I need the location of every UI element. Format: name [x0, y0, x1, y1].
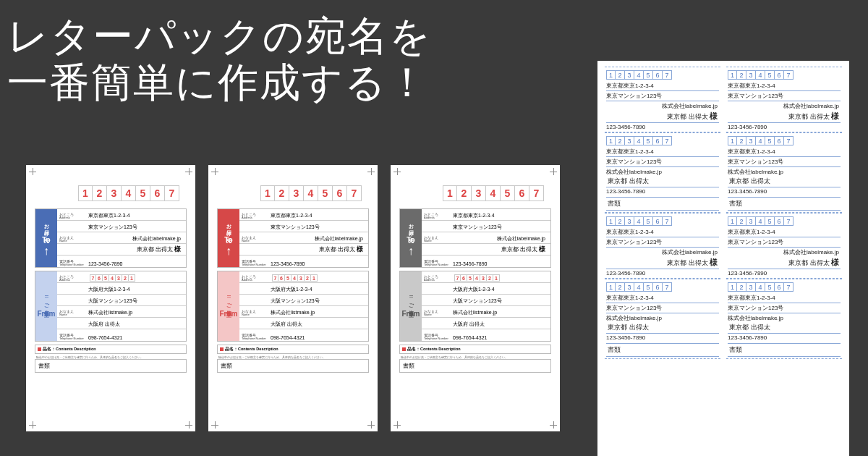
postal-digit-small: 2: [305, 274, 311, 282]
postal-digit-small: 7: [272, 274, 278, 282]
postal-digit: 7: [529, 185, 544, 201]
address-label: 1234567 東京都東京1-2-3-4 東京マンション123号 株式会社lab…: [605, 213, 720, 279]
postal-digit: 4: [122, 185, 136, 201]
label-tel: 123-3456-7890: [728, 123, 841, 130]
postal-digit: 1: [443, 185, 457, 201]
label-name: 東京都 出得太様: [606, 110, 719, 123]
postal-digit: 2: [737, 282, 746, 292]
label-addr1: 東京都東京1-2-3-4: [606, 81, 719, 91]
postal-digit-small: 3: [116, 274, 122, 282]
label-tel: 123-3456-7890: [606, 269, 719, 276]
category-box: 書類: [217, 359, 369, 373]
postal-digit: 3: [746, 136, 756, 145]
label-addr2: 東京マンション123号: [728, 157, 841, 167]
postal-digit-small: 2: [122, 274, 129, 282]
postal-digit: 2: [616, 136, 625, 145]
postal-digit: 3: [625, 216, 634, 226]
postal-box-from: 7654321: [454, 274, 500, 282]
postal-digit: 5: [318, 185, 333, 201]
address-label: 1234567 東京都東京1-2-3-4 東京マンション123号 株式会社lab…: [605, 132, 720, 213]
postal-digit: 3: [746, 70, 756, 80]
label-row: 1234567 東京都東京1-2-3-4 東京マンション123号 株式会社lab…: [605, 279, 842, 359]
headline-line2: 一番簡単に作成する！: [7, 59, 432, 106]
postal-digit: 2: [616, 282, 625, 292]
letterpack-form-gray: 1234567 お届け先 To ↑ おところAddress東京都東京1-2-3-…: [391, 165, 560, 431]
postal-digit: 6: [653, 70, 663, 80]
postal-digit: 6: [653, 136, 663, 145]
label-company: 株式会社labelmake.jp: [606, 248, 719, 256]
to-side-tab: お届け先 To ↑: [35, 209, 57, 267]
postal-digit: 5: [644, 216, 653, 226]
contents-description: 品名：Contents Description: [399, 345, 551, 354]
headline-line1: レターパックの宛名を: [7, 13, 432, 59]
postal-digit: 1: [728, 216, 737, 226]
postal-digit: 3: [472, 185, 486, 201]
label-addr1: 東京都東京1-2-3-4: [606, 147, 719, 157]
postal-box: 1234567: [606, 282, 719, 292]
postal-digit-small: 5: [103, 274, 109, 282]
label-addr1: 東京都東京1-2-3-4: [728, 147, 841, 157]
up-arrow-icon: ↑: [226, 245, 231, 257]
label-company: 株式会社labelmake.jp: [728, 313, 841, 322]
postal-box: 1234567: [606, 70, 719, 80]
postal-digit: 3: [289, 185, 304, 201]
label-category: 書類: [606, 197, 719, 211]
address-label: 1234567 東京都東京1-2-3-4 東京マンション123号 株式会社lab…: [726, 213, 842, 279]
label-company: 株式会社labelmake.jp: [606, 313, 719, 322]
postal-digit: 3: [746, 216, 756, 226]
label-name: 東京都 出得太様: [728, 110, 841, 123]
postal-digit: 4: [634, 216, 644, 226]
postal-digit: 7: [663, 282, 672, 292]
label-category: 書類: [728, 343, 841, 357]
postal-digit: 7: [784, 70, 793, 80]
address-label: 1234567 東京都東京1-2-3-4 東京マンション123号 株式会社lab…: [605, 279, 720, 359]
postal-digit: 2: [737, 70, 746, 80]
postal-box: 1234567: [728, 282, 841, 292]
postal-digit: 5: [644, 136, 653, 145]
postal-digit: 2: [616, 70, 625, 80]
postal-digit: 5: [644, 282, 653, 292]
postal-digit: 5: [765, 70, 775, 80]
postal-digit: 2: [616, 216, 625, 226]
postal-digit: 1: [606, 282, 616, 292]
postal-digit: 4: [756, 70, 765, 80]
postal-digit: 6: [775, 282, 784, 292]
postal-digit: 4: [486, 185, 501, 201]
postal-digit: 1: [728, 70, 737, 80]
postal-box-to: 1234567: [260, 185, 369, 201]
label-row: 1234567 東京都東京1-2-3-4 東京マンション123号 株式会社lab…: [605, 67, 842, 132]
from-side-tab: ::::: ご依頼主 From: [35, 271, 57, 341]
category-box: 書類: [399, 359, 551, 373]
address-label: 1234567 東京都東京1-2-3-4 東京マンション123号 株式会社lab…: [726, 67, 842, 132]
label-name: 東京都 出得太様: [606, 256, 719, 269]
contents-description: 品名：Contents Description: [35, 345, 187, 354]
postal-box-from: 7654321: [272, 274, 318, 282]
postal-box: 1234567: [606, 216, 719, 226]
postal-digit: 2: [737, 136, 746, 145]
postal-digit: 3: [625, 282, 634, 292]
label-addr1: 東京都東京1-2-3-4: [728, 227, 841, 237]
postal-digit: 6: [515, 185, 529, 201]
postal-digit: 1: [606, 70, 616, 80]
postal-digit-small: 5: [467, 274, 474, 282]
postal-digit-small: 6: [278, 274, 285, 282]
postal-box: 1234567: [728, 136, 841, 145]
postal-digit: 4: [634, 70, 644, 80]
postal-digit-small: 5: [285, 274, 292, 282]
postal-digit: 7: [784, 136, 793, 145]
postal-box-from: 7654321: [90, 274, 135, 282]
postal-digit: 5: [765, 136, 775, 145]
label-name: 東京都 出得太: [728, 322, 841, 334]
postal-digit: 3: [625, 136, 634, 145]
label-tel: 123-3456-7890: [728, 334, 841, 341]
postal-digit: 1: [606, 136, 616, 145]
to-block: お届け先 To ↑ おところAddress東京都東京1-2-3-4 東京マンショ…: [35, 208, 187, 268]
label-addr1: 東京都東京1-2-3-4: [728, 81, 841, 91]
label-addr2: 東京マンション123号: [606, 303, 719, 313]
postal-digit-small: 2: [487, 274, 493, 282]
postal-digit-small: 3: [480, 274, 487, 282]
up-arrow-icon: ↑: [408, 245, 414, 257]
postal-digit: 2: [275, 185, 289, 201]
postal-digit: 5: [136, 185, 150, 201]
postal-digit: 4: [756, 216, 765, 226]
